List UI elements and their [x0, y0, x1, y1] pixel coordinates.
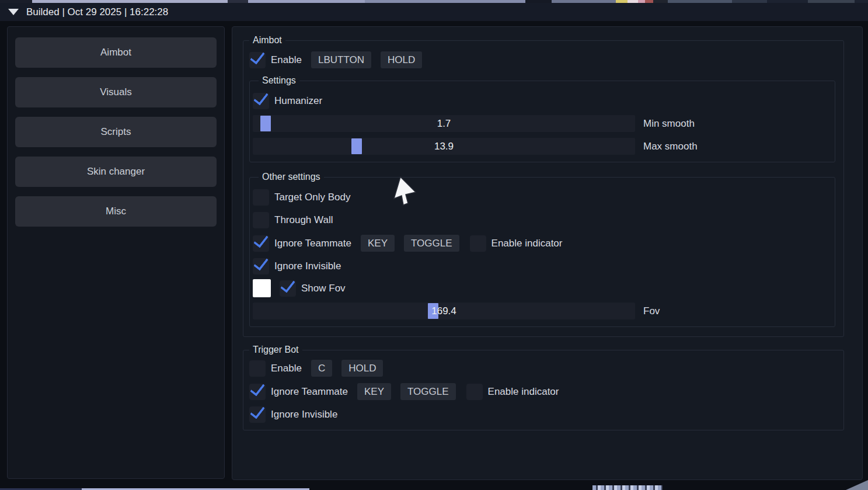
target-only-body-checkbox[interactable]: [253, 189, 269, 206]
max-smooth-slider-thumb[interactable]: [351, 138, 362, 154]
sidebar-item-skin-changer[interactable]: Skin changer: [15, 157, 217, 187]
trigger-ignore-teammate-mode-button[interactable]: TOGGLE: [400, 383, 456, 400]
fov-value: 169.4: [253, 303, 635, 319]
trigger-ignore-teammate-row: Ignore Teammate KEY TOGGLE Enable indica…: [243, 383, 839, 400]
trigger-bot-legend: Trigger Bot: [249, 345, 302, 355]
show-fov-row: Show Fov: [253, 279, 830, 297]
humanizer-label: Humanizer: [274, 95, 322, 107]
fov-row: 169.4 Fov: [253, 303, 830, 319]
min-smooth-label: Min smooth: [643, 118, 695, 130]
other-settings-group: Other settings Target Only Body Through …: [249, 172, 835, 327]
trigger-enable-checkbox[interactable]: [249, 360, 266, 377]
aimbot-enable-indicator-label: Enable indicator: [491, 238, 563, 249]
trigger-mode-button[interactable]: HOLD: [341, 360, 383, 377]
show-fov-checkbox[interactable]: [280, 280, 296, 297]
other-settings-legend: Other settings: [259, 172, 324, 182]
aimbot-ignore-teammate-label: Ignore Teammate: [274, 238, 351, 249]
aimbot-ignore-teammate-mode-button[interactable]: TOGGLE: [404, 235, 459, 252]
trigger-enable-label: Enable: [271, 363, 302, 374]
aimbot-keybind-button[interactable]: LBUTTON: [311, 51, 371, 68]
humanizer-row: Humanizer: [253, 93, 830, 109]
aimbot-mode-button[interactable]: HOLD: [381, 51, 422, 68]
aimbot-ignore-invisible-row: Ignore Invisible: [253, 258, 830, 274]
trigger-enable-indicator-checkbox[interactable]: [466, 384, 483, 400]
min-smooth-row: 1.7 Min smooth: [253, 115, 830, 132]
trigger-ignore-teammate-key-button[interactable]: KEY: [357, 383, 391, 400]
fov-slider-thumb[interactable]: [428, 303, 438, 319]
aimbot-enable-label: Enable: [271, 54, 302, 66]
trigger-bot-group: Trigger Bot Enable C HOLD Ignore Teammat…: [243, 345, 844, 430]
trigger-ignore-invisible-checkbox[interactable]: [249, 406, 266, 423]
target-only-body-label: Target Only Body: [274, 192, 350, 203]
aimbot-ignore-teammate-key-button[interactable]: KEY: [361, 235, 395, 252]
fov-label: Fov: [643, 305, 660, 317]
fov-color-swatch[interactable]: [253, 279, 271, 297]
show-fov-label: Show Fov: [301, 283, 346, 294]
aimbot-enable-row: Enable LBUTTON HOLD: [243, 51, 839, 68]
fov-slider[interactable]: 169.4: [253, 303, 635, 319]
target-only-body-row: Target Only Body: [253, 189, 830, 206]
aimbot-group: Aimbot Enable LBUTTON HOLD Settings Huma…: [243, 35, 844, 337]
aimbot-enable-indicator-checkbox[interactable]: [470, 235, 486, 252]
aimbot-ignore-invisible-label: Ignore Invisible: [274, 260, 341, 272]
trigger-ignore-invisible-row: Ignore Invisible: [243, 406, 839, 423]
trigger-enable-row: Enable C HOLD: [243, 360, 839, 377]
min-smooth-slider-thumb[interactable]: [260, 116, 271, 131]
max-smooth-slider[interactable]: 13.9: [253, 138, 635, 155]
collapse-triangle-icon[interactable]: [8, 9, 19, 15]
trigger-enable-indicator-label: Enable indicator: [488, 386, 559, 398]
through-wall-row: Through Wall: [253, 212, 830, 228]
humanizer-checkbox[interactable]: [253, 93, 269, 109]
trigger-ignore-teammate-checkbox[interactable]: [249, 384, 266, 400]
aimbot-enable-checkbox[interactable]: [249, 52, 266, 68]
through-wall-label: Through Wall: [274, 214, 333, 226]
max-smooth-row: 13.9 Max smooth: [253, 138, 830, 155]
aimbot-ignore-teammate-row: Ignore Teammate KEY TOGGLE Enable indica…: [253, 235, 830, 252]
titlebar: Builded | Oct 29 2025 | 16:22:28: [0, 3, 868, 21]
cheat-menu-window: Builded | Oct 29 2025 | 16:22:28 Aimbot …: [0, 0, 868, 490]
window-title: Builded | Oct 29 2025 | 16:22:28: [26, 6, 168, 18]
sidebar-item-scripts[interactable]: Scripts: [15, 117, 217, 147]
max-smooth-label: Max smooth: [643, 141, 698, 152]
aimbot-ignore-teammate-checkbox[interactable]: [253, 235, 269, 252]
game-background-glitch: [592, 485, 663, 490]
aimbot-legend: Aimbot: [249, 35, 285, 46]
sidebar-item-aimbot[interactable]: Aimbot: [15, 37, 217, 68]
min-smooth-slider[interactable]: 1.7: [253, 115, 635, 132]
sidebar-item-misc[interactable]: Misc: [15, 196, 217, 227]
max-smooth-value: 13.9: [253, 138, 635, 155]
sidebar: Aimbot Visuals Scripts Skin changer Misc: [7, 26, 225, 479]
trigger-ignore-teammate-label: Ignore Teammate: [271, 386, 348, 398]
through-wall-checkbox[interactable]: [253, 212, 269, 228]
settings-legend: Settings: [259, 75, 299, 86]
main-panel: Aimbot Enable LBUTTON HOLD Settings Huma…: [232, 26, 863, 480]
trigger-ignore-invisible-label: Ignore Invisible: [271, 409, 337, 421]
game-background-corner: [846, 480, 868, 490]
aimbot-ignore-invisible-checkbox[interactable]: [253, 258, 269, 274]
settings-group: Settings Humanizer 1.7 Min smooth 13.9: [249, 75, 835, 162]
min-smooth-value: 1.7: [253, 115, 635, 132]
sidebar-item-visuals[interactable]: Visuals: [15, 77, 217, 107]
trigger-keybind-button[interactable]: C: [311, 360, 332, 377]
